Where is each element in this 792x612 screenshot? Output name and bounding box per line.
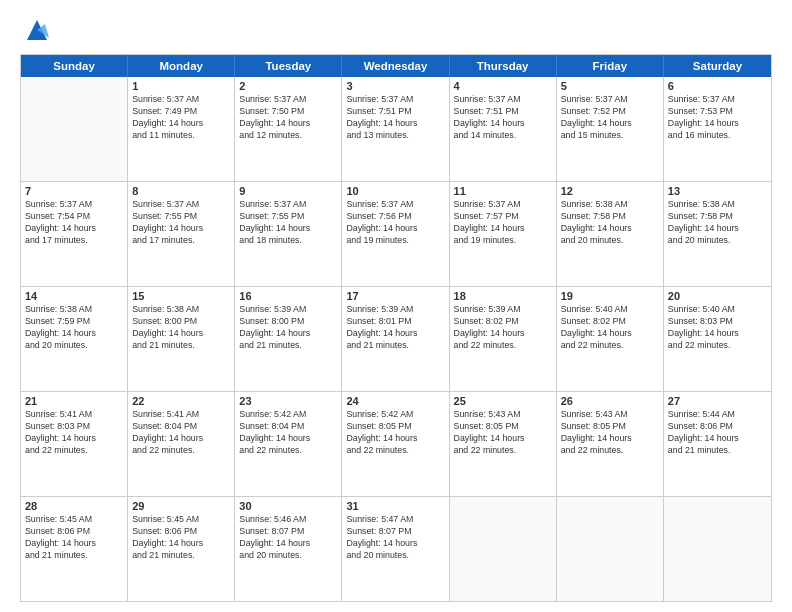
calendar-cell: 1Sunrise: 5:37 AM Sunset: 7:49 PM Daylig… — [128, 77, 235, 181]
day-number: 26 — [561, 395, 659, 407]
day-number: 27 — [668, 395, 767, 407]
day-number: 5 — [561, 80, 659, 92]
page: SundayMondayTuesdayWednesdayThursdayFrid… — [0, 0, 792, 612]
calendar-cell: 10Sunrise: 5:37 AM Sunset: 7:56 PM Dayli… — [342, 182, 449, 286]
cell-info: Sunrise: 5:37 AM Sunset: 7:57 PM Dayligh… — [454, 199, 552, 247]
calendar-cell: 22Sunrise: 5:41 AM Sunset: 8:04 PM Dayli… — [128, 392, 235, 496]
calendar-cell: 27Sunrise: 5:44 AM Sunset: 8:06 PM Dayli… — [664, 392, 771, 496]
calendar-cell: 6Sunrise: 5:37 AM Sunset: 7:53 PM Daylig… — [664, 77, 771, 181]
calendar-cell: 7Sunrise: 5:37 AM Sunset: 7:54 PM Daylig… — [21, 182, 128, 286]
day-number: 29 — [132, 500, 230, 512]
calendar-row: 21Sunrise: 5:41 AM Sunset: 8:03 PM Dayli… — [21, 391, 771, 496]
cell-info: Sunrise: 5:42 AM Sunset: 8:04 PM Dayligh… — [239, 409, 337, 457]
calendar-cell: 21Sunrise: 5:41 AM Sunset: 8:03 PM Dayli… — [21, 392, 128, 496]
weekday-header: Thursday — [450, 55, 557, 77]
day-number: 11 — [454, 185, 552, 197]
header — [20, 16, 772, 44]
cell-info: Sunrise: 5:45 AM Sunset: 8:06 PM Dayligh… — [25, 514, 123, 562]
day-number: 6 — [668, 80, 767, 92]
logo — [20, 16, 51, 44]
calendar-cell: 23Sunrise: 5:42 AM Sunset: 8:04 PM Dayli… — [235, 392, 342, 496]
calendar-cell: 9Sunrise: 5:37 AM Sunset: 7:55 PM Daylig… — [235, 182, 342, 286]
calendar-cell: 17Sunrise: 5:39 AM Sunset: 8:01 PM Dayli… — [342, 287, 449, 391]
cell-info: Sunrise: 5:39 AM Sunset: 8:02 PM Dayligh… — [454, 304, 552, 352]
day-number: 23 — [239, 395, 337, 407]
cell-info: Sunrise: 5:37 AM Sunset: 7:51 PM Dayligh… — [346, 94, 444, 142]
day-number: 21 — [25, 395, 123, 407]
cell-info: Sunrise: 5:40 AM Sunset: 8:02 PM Dayligh… — [561, 304, 659, 352]
calendar-cell — [21, 77, 128, 181]
cell-info: Sunrise: 5:38 AM Sunset: 7:58 PM Dayligh… — [561, 199, 659, 247]
calendar-header: SundayMondayTuesdayWednesdayThursdayFrid… — [21, 55, 771, 77]
calendar: SundayMondayTuesdayWednesdayThursdayFrid… — [20, 54, 772, 602]
weekday-header: Monday — [128, 55, 235, 77]
calendar-row: 7Sunrise: 5:37 AM Sunset: 7:54 PM Daylig… — [21, 181, 771, 286]
calendar-cell: 20Sunrise: 5:40 AM Sunset: 8:03 PM Dayli… — [664, 287, 771, 391]
day-number: 20 — [668, 290, 767, 302]
day-number: 8 — [132, 185, 230, 197]
calendar-cell: 14Sunrise: 5:38 AM Sunset: 7:59 PM Dayli… — [21, 287, 128, 391]
day-number: 9 — [239, 185, 337, 197]
calendar-cell: 19Sunrise: 5:40 AM Sunset: 8:02 PM Dayli… — [557, 287, 664, 391]
day-number: 1 — [132, 80, 230, 92]
day-number: 24 — [346, 395, 444, 407]
calendar-cell: 2Sunrise: 5:37 AM Sunset: 7:50 PM Daylig… — [235, 77, 342, 181]
cell-info: Sunrise: 5:37 AM Sunset: 7:55 PM Dayligh… — [132, 199, 230, 247]
calendar-cell — [664, 497, 771, 601]
weekday-header: Sunday — [21, 55, 128, 77]
calendar-cell: 15Sunrise: 5:38 AM Sunset: 8:00 PM Dayli… — [128, 287, 235, 391]
calendar-row: 1Sunrise: 5:37 AM Sunset: 7:49 PM Daylig… — [21, 77, 771, 181]
calendar-cell: 5Sunrise: 5:37 AM Sunset: 7:52 PM Daylig… — [557, 77, 664, 181]
weekday-header: Saturday — [664, 55, 771, 77]
calendar-cell: 30Sunrise: 5:46 AM Sunset: 8:07 PM Dayli… — [235, 497, 342, 601]
cell-info: Sunrise: 5:38 AM Sunset: 7:58 PM Dayligh… — [668, 199, 767, 247]
cell-info: Sunrise: 5:37 AM Sunset: 7:51 PM Dayligh… — [454, 94, 552, 142]
cell-info: Sunrise: 5:41 AM Sunset: 8:04 PM Dayligh… — [132, 409, 230, 457]
calendar-cell: 12Sunrise: 5:38 AM Sunset: 7:58 PM Dayli… — [557, 182, 664, 286]
cell-info: Sunrise: 5:38 AM Sunset: 7:59 PM Dayligh… — [25, 304, 123, 352]
logo-icon — [23, 16, 51, 44]
day-number: 3 — [346, 80, 444, 92]
cell-info: Sunrise: 5:41 AM Sunset: 8:03 PM Dayligh… — [25, 409, 123, 457]
calendar-cell: 24Sunrise: 5:42 AM Sunset: 8:05 PM Dayli… — [342, 392, 449, 496]
day-number: 7 — [25, 185, 123, 197]
cell-info: Sunrise: 5:39 AM Sunset: 8:00 PM Dayligh… — [239, 304, 337, 352]
calendar-cell: 8Sunrise: 5:37 AM Sunset: 7:55 PM Daylig… — [128, 182, 235, 286]
calendar-cell: 16Sunrise: 5:39 AM Sunset: 8:00 PM Dayli… — [235, 287, 342, 391]
calendar-cell: 13Sunrise: 5:38 AM Sunset: 7:58 PM Dayli… — [664, 182, 771, 286]
day-number: 30 — [239, 500, 337, 512]
cell-info: Sunrise: 5:43 AM Sunset: 8:05 PM Dayligh… — [454, 409, 552, 457]
calendar-cell: 11Sunrise: 5:37 AM Sunset: 7:57 PM Dayli… — [450, 182, 557, 286]
day-number: 18 — [454, 290, 552, 302]
day-number: 14 — [25, 290, 123, 302]
cell-info: Sunrise: 5:37 AM Sunset: 7:52 PM Dayligh… — [561, 94, 659, 142]
calendar-body: 1Sunrise: 5:37 AM Sunset: 7:49 PM Daylig… — [21, 77, 771, 601]
cell-info: Sunrise: 5:42 AM Sunset: 8:05 PM Dayligh… — [346, 409, 444, 457]
day-number: 28 — [25, 500, 123, 512]
cell-info: Sunrise: 5:43 AM Sunset: 8:05 PM Dayligh… — [561, 409, 659, 457]
calendar-row: 28Sunrise: 5:45 AM Sunset: 8:06 PM Dayli… — [21, 496, 771, 601]
cell-info: Sunrise: 5:44 AM Sunset: 8:06 PM Dayligh… — [668, 409, 767, 457]
calendar-cell: 3Sunrise: 5:37 AM Sunset: 7:51 PM Daylig… — [342, 77, 449, 181]
day-number: 13 — [668, 185, 767, 197]
cell-info: Sunrise: 5:37 AM Sunset: 7:53 PM Dayligh… — [668, 94, 767, 142]
cell-info: Sunrise: 5:37 AM Sunset: 7:54 PM Dayligh… — [25, 199, 123, 247]
day-number: 4 — [454, 80, 552, 92]
day-number: 19 — [561, 290, 659, 302]
cell-info: Sunrise: 5:38 AM Sunset: 8:00 PM Dayligh… — [132, 304, 230, 352]
calendar-cell: 18Sunrise: 5:39 AM Sunset: 8:02 PM Dayli… — [450, 287, 557, 391]
cell-info: Sunrise: 5:37 AM Sunset: 7:55 PM Dayligh… — [239, 199, 337, 247]
day-number: 10 — [346, 185, 444, 197]
calendar-cell: 28Sunrise: 5:45 AM Sunset: 8:06 PM Dayli… — [21, 497, 128, 601]
calendar-cell: 31Sunrise: 5:47 AM Sunset: 8:07 PM Dayli… — [342, 497, 449, 601]
cell-info: Sunrise: 5:37 AM Sunset: 7:50 PM Dayligh… — [239, 94, 337, 142]
calendar-row: 14Sunrise: 5:38 AM Sunset: 7:59 PM Dayli… — [21, 286, 771, 391]
cell-info: Sunrise: 5:47 AM Sunset: 8:07 PM Dayligh… — [346, 514, 444, 562]
cell-info: Sunrise: 5:40 AM Sunset: 8:03 PM Dayligh… — [668, 304, 767, 352]
weekday-header: Tuesday — [235, 55, 342, 77]
calendar-cell — [450, 497, 557, 601]
calendar-cell: 4Sunrise: 5:37 AM Sunset: 7:51 PM Daylig… — [450, 77, 557, 181]
calendar-cell: 25Sunrise: 5:43 AM Sunset: 8:05 PM Dayli… — [450, 392, 557, 496]
weekday-header: Friday — [557, 55, 664, 77]
cell-info: Sunrise: 5:37 AM Sunset: 7:49 PM Dayligh… — [132, 94, 230, 142]
